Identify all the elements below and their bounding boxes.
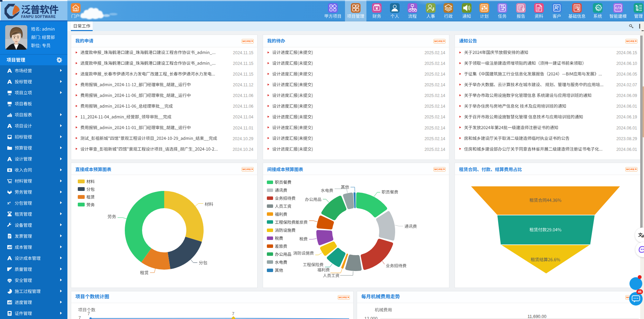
svg-text:x²: x²: [7, 201, 11, 205]
svg-text:0: 0: [9, 169, 10, 171]
